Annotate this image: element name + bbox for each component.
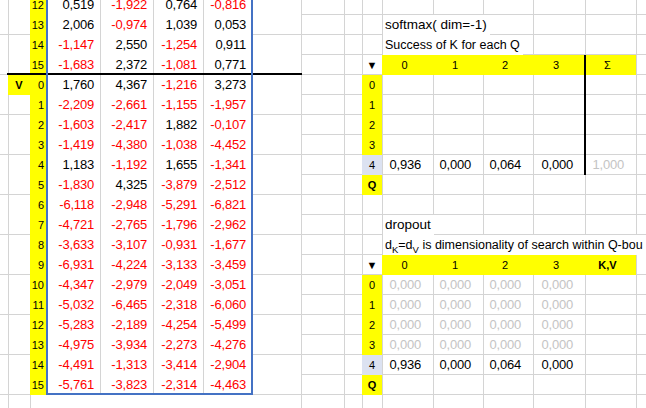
filter-arrow-icon[interactable]: ▼ xyxy=(362,55,382,75)
cell[interactable]: 0,000 xyxy=(433,295,483,315)
cell[interactable]: 0,000 xyxy=(483,275,533,295)
col-header[interactable]: 3 xyxy=(533,255,585,275)
row-header-active[interactable]: 4 xyxy=(362,155,382,175)
row-header-active[interactable]: 4 xyxy=(362,355,382,375)
cell[interactable]: -0,931 xyxy=(153,235,203,255)
cell[interactable]: 0,764 xyxy=(153,0,203,15)
table-row: Q xyxy=(0,375,646,395)
row-header[interactable]: 3 xyxy=(362,135,382,155)
cell[interactable]: -4,721 xyxy=(47,215,100,235)
softmax-title: softmax( dim=-1) xyxy=(383,15,490,35)
cell[interactable]: 0,000 xyxy=(382,315,433,335)
filter-arrow-icon[interactable]: ▼ xyxy=(362,255,382,275)
row-header[interactable]: 13 xyxy=(30,15,47,35)
col-header[interactable]: 1 xyxy=(433,255,483,275)
cell[interactable]: 0,064 xyxy=(483,155,533,175)
cell[interactable]: 0,064 xyxy=(483,355,533,375)
row-header[interactable]: 14 xyxy=(30,35,47,55)
table-row: 30,0000,0000,0000,000 xyxy=(0,335,646,355)
cell[interactable]: -1,147 xyxy=(47,35,100,55)
table-row: 10,0000,0000,0000,000 xyxy=(0,295,646,315)
cell[interactable]: -2,948 xyxy=(100,195,153,215)
row-header[interactable]: 2 xyxy=(362,115,382,135)
cell[interactable]: 1,039 xyxy=(153,15,203,35)
cell[interactable]: 0,000 xyxy=(533,315,585,335)
cell[interactable]: 0,000 xyxy=(483,295,533,315)
table-row: 4 0,936 0,000 0,064 0,000 xyxy=(0,355,646,375)
row-header[interactable]: 7 xyxy=(30,215,47,235)
cell[interactable]: -6,821 xyxy=(203,195,252,215)
subtitle-text: is dimensionality of search within Q-bou xyxy=(419,238,643,252)
col-header[interactable]: 0 xyxy=(382,55,433,75)
cell[interactable]: 0,053 xyxy=(203,15,252,35)
col-header-sum[interactable]: Σ xyxy=(585,55,636,75)
cell[interactable]: -3,633 xyxy=(47,235,100,255)
row-header[interactable]: 2 xyxy=(362,315,382,335)
spreadsheet-canvas: V 120,519-1,9220,764-0,816 132,006-0,974… xyxy=(0,0,646,408)
col-header[interactable]: 3 xyxy=(533,55,585,75)
cell[interactable]: -3,107 xyxy=(100,235,153,255)
cell[interactable]: 0,000 xyxy=(433,335,483,355)
cell[interactable]: 0,000 xyxy=(533,335,585,355)
table-row: 120,519-1,9220,764-0,816 xyxy=(0,0,646,15)
row-header[interactable]: 0 xyxy=(362,275,382,295)
sum-cell[interactable]: 1,000 xyxy=(585,155,636,175)
cell[interactable]: 0,911 xyxy=(203,35,252,55)
sum-separator-line xyxy=(584,55,586,175)
cell[interactable]: -0,816 xyxy=(203,0,252,15)
col-header[interactable]: 0 xyxy=(382,255,433,275)
cell[interactable]: -1,254 xyxy=(153,35,203,55)
cell[interactable]: 0,000 xyxy=(483,315,533,335)
table-row: 6-6,118-2,948-5,291-6,821 xyxy=(0,195,646,215)
cell[interactable]: 0,000 xyxy=(533,155,585,175)
cell[interactable]: -5,291 xyxy=(153,195,203,215)
cell[interactable]: -0,974 xyxy=(100,15,153,35)
cell[interactable]: 0,000 xyxy=(483,335,533,355)
q-row-header[interactable]: Q xyxy=(362,375,382,395)
cell[interactable]: 0,000 xyxy=(433,315,483,335)
softmax-subtitle: Success of K for each Q xyxy=(383,35,523,55)
cell[interactable]: -6,118 xyxy=(47,195,100,215)
table-row: 132,006-0,9741,0390,053 xyxy=(0,15,646,35)
row-header[interactable]: 8 xyxy=(30,235,47,255)
subtitle-text: d xyxy=(385,238,392,252)
cell[interactable]: 0,936 xyxy=(382,155,433,175)
row-header[interactable]: 3 xyxy=(362,335,382,355)
table-row: 14-1,1472,550-1,2540,911 xyxy=(0,35,646,55)
row-header[interactable]: 0 xyxy=(362,75,382,95)
col-header-kv[interactable]: K,V xyxy=(585,255,636,275)
cell[interactable]: 0,519 xyxy=(47,0,100,15)
subtitle-text: =d xyxy=(398,238,412,252)
cell[interactable]: 2,550 xyxy=(100,35,153,55)
cell[interactable]: 0,000 xyxy=(433,355,483,375)
cell[interactable]: -1,677 xyxy=(203,235,252,255)
cell[interactable]: 0,000 xyxy=(533,295,585,315)
cell[interactable]: 0,936 xyxy=(382,355,433,375)
dropout-title: dropout xyxy=(383,215,434,235)
cell[interactable]: 0,000 xyxy=(382,295,433,315)
row-header[interactable]: 1 xyxy=(362,295,382,315)
cell[interactable]: 0,000 xyxy=(533,355,585,375)
dropout-header-row: ▼ 0 1 2 3 K,V xyxy=(0,255,646,275)
cell[interactable]: 0,000 xyxy=(533,275,585,295)
row-header[interactable]: 12 xyxy=(30,0,47,15)
cell[interactable]: 0,000 xyxy=(433,275,483,295)
row-header[interactable]: 1 xyxy=(362,95,382,115)
table-row: 2 xyxy=(0,115,646,135)
cell[interactable]: 0,000 xyxy=(382,335,433,355)
col-header[interactable]: 2 xyxy=(483,255,533,275)
table-row: 20,0000,0000,0000,000 xyxy=(0,315,646,335)
cell[interactable]: 2,006 xyxy=(47,15,100,35)
col-header[interactable]: 2 xyxy=(483,55,533,75)
table-row: 1 xyxy=(0,95,646,115)
table-row: 4 0,936 0,000 0,064 0,000 1,000 xyxy=(0,155,646,175)
q-row-header[interactable]: Q xyxy=(362,175,382,195)
col-header[interactable]: 1 xyxy=(433,55,483,75)
cell[interactable]: -1,796 xyxy=(153,215,203,235)
cell[interactable]: 0,000 xyxy=(433,155,483,175)
cell[interactable]: -1,922 xyxy=(100,0,153,15)
cell[interactable]: -2,962 xyxy=(203,215,252,235)
row-header[interactable]: 6 xyxy=(30,195,47,215)
cell[interactable]: -2,765 xyxy=(100,215,153,235)
cell[interactable]: 0,000 xyxy=(382,275,433,295)
